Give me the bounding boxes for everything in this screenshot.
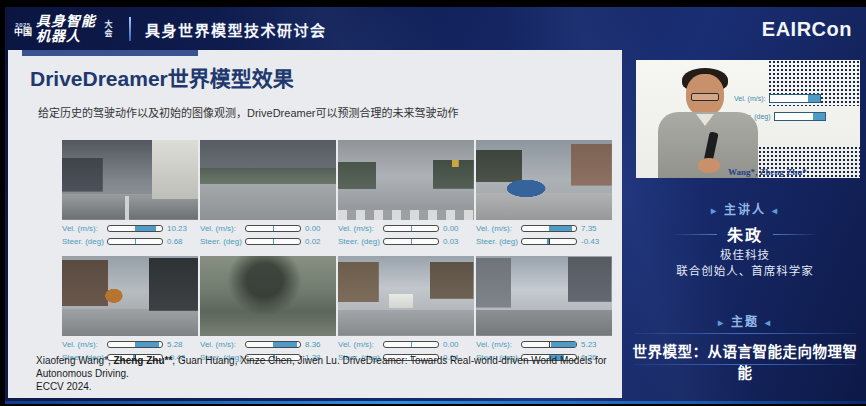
citation-prefix: Xiaofeng Wang*, bbox=[36, 355, 113, 366]
steer-bar bbox=[521, 238, 577, 245]
steer-value: 0.03 bbox=[443, 237, 459, 246]
slide-accent-bar bbox=[22, 50, 198, 56]
eaircon-logo: EAIRCon bbox=[762, 18, 852, 41]
steer-value: 0.68 bbox=[167, 237, 183, 246]
driving-scene-image bbox=[476, 140, 612, 220]
topic-title: 世界模型：从语言智能走向物理智能 bbox=[630, 340, 860, 382]
speaker-org: 极佳科技 bbox=[630, 246, 860, 262]
result-cell: Vel. (m/s):0.00Steer. (deg)0.04 bbox=[338, 256, 476, 364]
vel-bar bbox=[107, 225, 163, 232]
vel-label: Vel. (m/s): bbox=[338, 340, 383, 349]
vel-value: 5.23 bbox=[581, 340, 597, 349]
top-header-bar: 2025 中国 具身智能 机器人 大会 具身世界模型技术研讨会 EAIRCon bbox=[14, 10, 852, 48]
speaker-sidebar: Vel. (m/s): Steer. (deg) Wang*, Zheng Zh… bbox=[630, 50, 860, 398]
slide-subtitle: 给定历史的驾驶动作以及初始的图像观测，DriveDreamer可以预测合理的未来… bbox=[38, 104, 458, 120]
topic-divider-top bbox=[634, 333, 856, 334]
vel-label: Vel. (m/s): bbox=[476, 224, 521, 233]
bottom-edge-glow bbox=[5, 401, 866, 404]
speaker-section-label: ▸主讲人◂ bbox=[630, 200, 860, 217]
results-grid: Vel. (m/s):10.23Steer. (deg)0.68Vel. (m/… bbox=[62, 140, 614, 364]
vel-label: Vel. (m/s): bbox=[62, 224, 107, 233]
citation-highlight: Zheng Zhu** bbox=[113, 355, 172, 366]
speaker-name: 朱政 bbox=[727, 222, 763, 246]
vel-bar bbox=[107, 341, 163, 348]
vel-bar bbox=[521, 225, 577, 232]
video-caption-fragment: Wang*, Zheng Zhu* bbox=[728, 167, 807, 177]
vel-bar bbox=[383, 225, 439, 232]
result-cell: Vel. (m/s):5.23Steer. (deg)6.26 bbox=[476, 256, 614, 364]
vel-value: 5.28 bbox=[167, 340, 183, 349]
driving-scene-image bbox=[62, 256, 198, 336]
result-cell: Vel. (m/s):7.35Steer. (deg)-0.43 bbox=[476, 140, 614, 248]
speaker-name-row: 朱政 bbox=[630, 222, 860, 246]
right-arrow-icon: ◂ bbox=[772, 205, 779, 216]
result-cell: Vel. (m/s):8.36Steer. (deg)1.38 bbox=[200, 256, 338, 364]
vel-bar bbox=[245, 225, 301, 232]
vel-label: Vel. (m/s): bbox=[200, 224, 245, 233]
speaker-video-feed[interactable]: Vel. (m/s): Steer. (deg) Wang*, Zheng Zh… bbox=[636, 60, 860, 178]
logo-country: 中国 bbox=[14, 28, 32, 37]
citation-line2: ECCV 2024. bbox=[36, 381, 92, 392]
topic-divider-bottom bbox=[634, 364, 856, 365]
driving-scene-image bbox=[338, 256, 474, 336]
vel-bar bbox=[521, 341, 577, 348]
header-divider bbox=[129, 17, 131, 41]
driving-scene-image bbox=[338, 140, 474, 220]
paper-citation: Xiaofeng Wang*, Zheng Zhu**, Guan Huang,… bbox=[36, 354, 608, 393]
video-vel-row: Vel. (m/s): bbox=[734, 94, 821, 103]
vel-bar bbox=[245, 341, 301, 348]
result-cell: Vel. (m/s):5.28Steer. (deg)-0.48 bbox=[62, 256, 200, 364]
result-cell: Vel. (m/s):10.23Steer. (deg)0.68 bbox=[62, 140, 200, 248]
left-arrow-icon: ▸ bbox=[718, 317, 725, 328]
logo-suffix: 大会 bbox=[102, 20, 113, 38]
vel-value: 10.23 bbox=[167, 224, 187, 233]
steer-value: -0.43 bbox=[581, 237, 599, 246]
vel-label: Vel. (m/s): bbox=[476, 340, 521, 349]
video-steer-bar bbox=[774, 112, 826, 121]
logo-line1: 具身智能 bbox=[36, 14, 96, 29]
vel-value: 7.35 bbox=[581, 224, 597, 233]
vel-value: 0.00 bbox=[443, 224, 459, 233]
steer-bar bbox=[107, 238, 163, 245]
steer-label: Steer. (deg) bbox=[476, 237, 521, 246]
steer-bar bbox=[383, 238, 439, 245]
left-arrow-icon: ▸ bbox=[711, 205, 718, 216]
conference-logo: 2025 中国 具身智能 机器人 大会 bbox=[14, 14, 113, 43]
driving-scene-image bbox=[476, 256, 612, 336]
vel-value: 8.36 bbox=[305, 340, 321, 349]
slide-title: DriveDreamer世界模型效果 bbox=[30, 62, 294, 92]
speaker-hand bbox=[698, 158, 720, 173]
right-arrow-icon: ◂ bbox=[765, 317, 772, 328]
vel-bar bbox=[383, 341, 439, 348]
vel-label: Vel. (m/s): bbox=[338, 224, 383, 233]
steer-label: Steer. (deg) bbox=[62, 237, 107, 246]
steer-bar bbox=[245, 238, 301, 245]
driving-scene-image bbox=[200, 140, 336, 220]
speaker-role: 联合创始人、首席科学家 bbox=[630, 262, 860, 278]
vel-label: Vel. (m/s): bbox=[200, 340, 245, 349]
topic-section-label: ▸主题◂ bbox=[630, 312, 860, 329]
video-vel-label: Vel. (m/s): bbox=[734, 95, 766, 102]
name-divider-left bbox=[671, 234, 717, 235]
driving-scene-image bbox=[200, 256, 336, 336]
webinar-frame: 2025 中国 具身智能 机器人 大会 具身世界模型技术研讨会 EAIRCon … bbox=[0, 0, 866, 406]
result-cell: Vel. (m/s):0.00Steer. (deg)0.03 bbox=[338, 140, 476, 248]
steer-label: Steer. (deg) bbox=[200, 237, 245, 246]
video-vel-bar bbox=[769, 94, 821, 103]
steer-value: 0.02 bbox=[305, 237, 321, 246]
seminar-title: 具身世界模型技术研讨会 bbox=[145, 19, 327, 40]
driving-scene-image bbox=[62, 140, 198, 220]
name-divider-right bbox=[773, 234, 819, 235]
vel-label: Vel. (m/s): bbox=[62, 340, 107, 349]
vel-value: 0.00 bbox=[305, 224, 321, 233]
speaker-glasses bbox=[691, 93, 719, 101]
presentation-slide: DriveDreamer世界模型效果 给定历史的驾驶动作以及初始的图像观测，Dr… bbox=[8, 50, 622, 398]
result-cell: Vel. (m/s):0.00Steer. (deg)0.02 bbox=[200, 140, 338, 248]
logo-line2: 机器人 bbox=[36, 29, 96, 44]
steer-label: Steer. (deg) bbox=[338, 237, 383, 246]
vel-value: 0.00 bbox=[443, 340, 459, 349]
